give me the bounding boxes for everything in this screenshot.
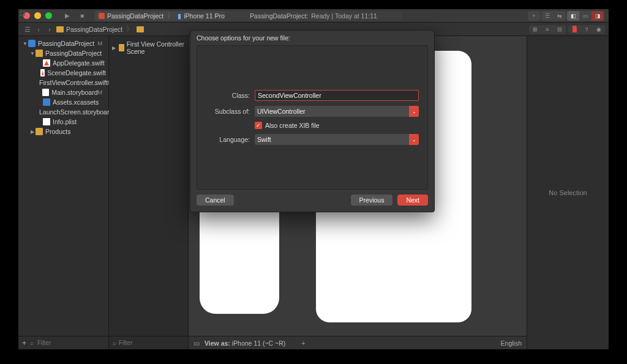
app-icon — [99, 13, 105, 19]
tree-row[interactable]: ▶Products — [18, 127, 108, 136]
cancel-button[interactable]: Cancel — [197, 195, 234, 206]
tree-item-label: AppDelegate.swift — [53, 59, 105, 67]
chevron-right-icon: 〉 — [167, 12, 174, 20]
scm-status: M — [98, 89, 107, 95]
viewas-label: View as: — [205, 340, 230, 347]
navigator-filter-input[interactable] — [37, 340, 115, 346]
subclass-combobox[interactable]: UIViewController ⌄ — [255, 106, 419, 117]
class-input[interactable] — [255, 90, 419, 101]
xcode-window: ▶ ■ PassingDataProject 〉 ▮ iPhone 11 Pro… — [18, 9, 609, 349]
forward-button[interactable]: › — [44, 26, 55, 33]
status-project: PassingDataProject: — [250, 12, 308, 20]
folder-icon — [36, 128, 43, 135]
swift-icon — [43, 59, 50, 67]
language-value: Swift — [257, 136, 271, 143]
swift-icon — [40, 69, 45, 76]
chevron-down-icon: ⌄ — [409, 134, 419, 145]
inspector-tabs-2[interactable]: ? ◉ — [568, 25, 605, 34]
status-time: Today at 11:11 — [335, 12, 377, 20]
tree-row[interactable]: ▼PassingDataProject — [18, 48, 108, 58]
adjust-icon[interactable]: ⊟ — [554, 25, 566, 34]
scene-icon — [119, 44, 124, 51]
folder-icon — [56, 26, 64, 32]
new-file-dialog: Choose options for your new file: Class:… — [190, 30, 435, 212]
status-state: Ready — [311, 12, 329, 20]
outline-item-label: First View Controller Scene — [127, 40, 186, 55]
zoom-icon[interactable] — [45, 12, 52, 19]
run-button[interactable]: ▶ — [61, 11, 74, 21]
language-combobox[interactable]: Swift ⌄ — [255, 134, 419, 145]
tree-item-label: FirstViewController.swift — [39, 79, 108, 86]
help-inspector-icon[interactable]: ? — [580, 25, 593, 34]
dialog-body: Class: Subclass of: UIViewController ⌄ ✓… — [197, 45, 428, 190]
tree-item-label: Assets.xcassets — [53, 98, 99, 106]
add-configuration-button[interactable]: + — [301, 340, 305, 347]
tree-item-label: PassingDataProject — [38, 40, 94, 47]
next-button[interactable]: Next — [397, 195, 428, 206]
class-label: Class: — [206, 92, 255, 99]
disclosure-icon[interactable]: ▶ — [29, 129, 36, 135]
tree-row[interactable]: LaunchScreen.storyboard — [18, 107, 108, 117]
file-inspector-icon[interactable] — [568, 25, 580, 34]
folder-icon — [36, 50, 43, 57]
filter-icon: ⌕ — [113, 340, 116, 346]
device-config-icon[interactable]: ▭ — [193, 340, 200, 347]
assets-icon — [43, 98, 50, 106]
minimize-icon[interactable] — [34, 12, 41, 19]
outline-filter-input[interactable] — [119, 340, 197, 346]
folder-icon — [137, 26, 144, 32]
language-label: Language: — [206, 136, 255, 143]
outline-filter-bar: ⌕ — [109, 336, 188, 349]
xib-checkbox[interactable]: ✓ Also create XIB file — [255, 122, 419, 129]
scheme-selector[interactable]: PassingDataProject 〉 ▮ iPhone 11 Pro Max — [95, 11, 242, 21]
inspector-tabs[interactable]: ⊞ ≡ ⊟ — [529, 25, 566, 34]
grid-icon[interactable]: ⊞ — [529, 25, 541, 34]
chevron-right-icon: 〉 — [126, 25, 133, 34]
disclosure-icon[interactable]: ▼ — [29, 51, 36, 56]
identity-inspector-icon[interactable]: ◉ — [593, 25, 605, 34]
panel-toggles[interactable]: ◧ ▭ ◨ — [567, 11, 604, 21]
scheme-target: PassingDataProject — [107, 12, 163, 20]
subclass-value: UIViewController — [257, 108, 306, 115]
project-navigator: ▼PassingDataProjectM▼PassingDataProjectA… — [18, 36, 109, 349]
library-button[interactable]: + — [528, 11, 540, 21]
activity-status: PassingDataProject: Ready | Today at 11:… — [225, 11, 402, 21]
tree-row[interactable]: ▼PassingDataProjectM — [18, 39, 108, 48]
previous-button[interactable]: Previous — [351, 195, 393, 206]
tree-row[interactable]: Assets.xcassets — [18, 97, 108, 107]
tree-row[interactable]: Info.plist — [18, 117, 108, 127]
proj-icon — [28, 40, 36, 47]
tree-item-label: LaunchScreen.storyboard — [39, 108, 113, 116]
tree-row[interactable]: Main.storyboardM — [18, 87, 108, 97]
viewas-value[interactable]: iPhone 11 (~C ~R) — [232, 340, 286, 347]
inspector-panel: No Selection — [527, 36, 609, 349]
right-panel-toggle[interactable]: ◨ — [591, 11, 604, 21]
breadcrumb-item: PassingDataProject — [66, 26, 122, 33]
bottom-panel-toggle[interactable]: ▭ — [579, 11, 591, 21]
outline-item[interactable]: ▶ First View Controller Scene — [111, 40, 186, 56]
language-selector[interactable]: English — [501, 340, 522, 347]
scm-status: M — [98, 40, 107, 46]
add-button[interactable]: + — [22, 339, 26, 347]
story-icon — [42, 89, 49, 96]
chevron-down-icon: ⌄ — [409, 106, 419, 117]
outline-toggle-icon[interactable]: ☰ — [22, 26, 33, 33]
tree-item-label: Main.storyboard — [51, 89, 97, 96]
left-panel-toggle[interactable]: ◧ — [567, 11, 579, 21]
breadcrumb[interactable]: PassingDataProject 〉 — [55, 25, 145, 34]
stop-button[interactable]: ■ — [75, 11, 89, 21]
dialog-footer: Cancel Previous Next — [190, 190, 434, 212]
tree-row[interactable]: SceneDelegate.swift — [18, 68, 108, 78]
tree-item-label: SceneDelegate.swift — [47, 69, 106, 76]
filter-icon: ⌕ — [30, 340, 34, 346]
disclosure-icon[interactable]: ▼ — [22, 41, 28, 46]
no-selection-label: No Selection — [549, 189, 587, 196]
tree-row[interactable]: AppDelegate.swift — [18, 58, 108, 68]
editor-options[interactable]: ☰⇆ — [541, 11, 566, 21]
tree-item-label: PassingDataProject — [45, 50, 102, 57]
back-button[interactable]: ‹ — [33, 26, 44, 33]
disclosure-icon[interactable]: ▶ — [111, 45, 116, 51]
tree-row[interactable]: FirstViewController.swiftB — [18, 78, 108, 87]
tree-item-label: Products — [45, 128, 70, 135]
list-icon[interactable]: ≡ — [541, 25, 554, 34]
